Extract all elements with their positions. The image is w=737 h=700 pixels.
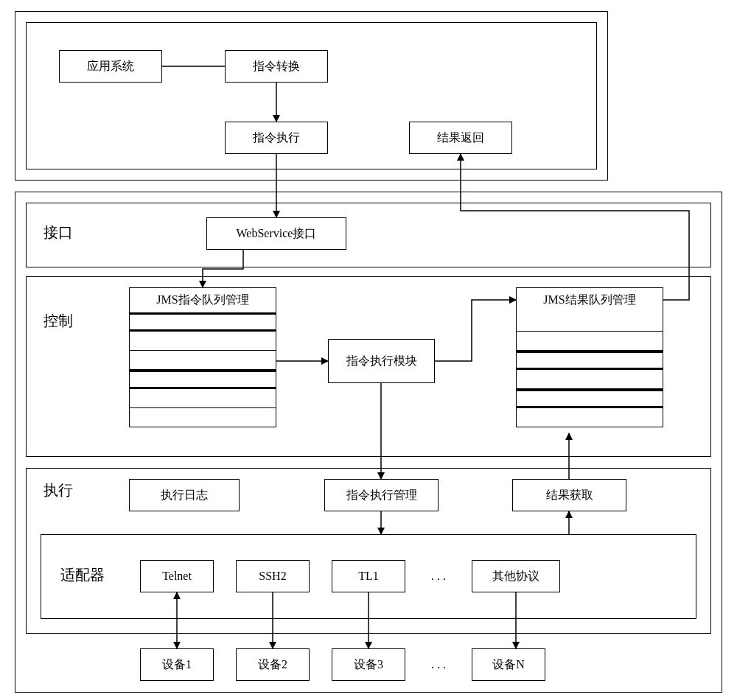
jms-result-queue: JMS结果队列管理 xyxy=(516,287,663,427)
device-dots: . . . xyxy=(413,648,464,681)
box-result-fetch: 结果获取 xyxy=(512,479,626,511)
jms-result-queue-title: JMS结果队列管理 xyxy=(516,287,663,312)
jms-cmd-queue-title: JMS指令队列管理 xyxy=(129,287,276,312)
jms-result-queue-row xyxy=(516,312,663,332)
jms-cmd-queue-row xyxy=(129,312,276,332)
diagram-canvas: 应用系统 指令转换 指令执行 结果返回 接口 WebService接口 控制 J… xyxy=(0,0,737,700)
text-tl1: TL1 xyxy=(358,570,379,583)
label-exec: 执行 xyxy=(33,479,122,501)
text-ssh2: SSH2 xyxy=(259,570,286,583)
box-cmd-convert: 指令转换 xyxy=(225,50,328,83)
box-webservice: WebService接口 xyxy=(206,217,346,250)
box-exec-log: 执行日志 xyxy=(129,479,240,511)
label-control: 控制 xyxy=(33,309,122,332)
jms-result-queue-row xyxy=(516,389,663,408)
box-app-system: 应用系统 xyxy=(59,50,162,83)
box-exec-module: 指令执行模块 xyxy=(328,339,435,383)
box-device-3: 设备3 xyxy=(332,648,405,681)
jms-result-queue-row xyxy=(516,332,663,351)
box-device-2: 设备2 xyxy=(236,648,310,681)
jms-cmd-queue-row xyxy=(129,370,276,389)
label-interface: 接口 xyxy=(33,221,122,243)
interface-frame xyxy=(26,203,711,267)
text-app-system: 应用系统 xyxy=(87,59,134,74)
text-cmd-exec: 指令执行 xyxy=(253,130,300,146)
text-cmd-convert: 指令转换 xyxy=(253,59,300,74)
jms-cmd-queue-row xyxy=(129,389,276,408)
box-device-n: 设备N xyxy=(472,648,545,681)
text-other-protocol: 其他协议 xyxy=(492,569,539,584)
jms-cmd-queue-row xyxy=(129,408,276,427)
label-adapter: 适配器 xyxy=(50,564,124,586)
box-cmd-exec: 指令执行 xyxy=(225,122,328,154)
box-tl1: TL1 xyxy=(332,560,405,592)
jms-result-queue-row xyxy=(516,408,663,427)
text-exec-module: 指令执行模块 xyxy=(346,354,417,369)
jms-result-queue-row xyxy=(516,351,663,370)
text-exec-mgmt: 指令执行管理 xyxy=(346,488,417,503)
jms-cmd-queue-row xyxy=(129,351,276,370)
box-device-1: 设备1 xyxy=(140,648,214,681)
jms-cmd-queue-row xyxy=(129,332,276,351)
text-telnet: Telnet xyxy=(162,570,192,583)
text-exec-log: 执行日志 xyxy=(161,488,208,503)
jms-cmd-queue: JMS指令队列管理 xyxy=(129,287,276,427)
box-telnet: Telnet xyxy=(140,560,214,592)
text-result-return: 结果返回 xyxy=(437,130,484,146)
box-ssh2: SSH2 xyxy=(236,560,310,592)
box-result-return: 结果返回 xyxy=(409,122,512,154)
jms-result-queue-row xyxy=(516,370,663,389)
box-exec-mgmt: 指令执行管理 xyxy=(324,479,439,511)
text-webservice: WebService接口 xyxy=(237,226,317,242)
adapter-dots: . . . xyxy=(413,560,464,592)
text-result-fetch: 结果获取 xyxy=(546,488,593,503)
box-other-protocol: 其他协议 xyxy=(472,560,560,592)
